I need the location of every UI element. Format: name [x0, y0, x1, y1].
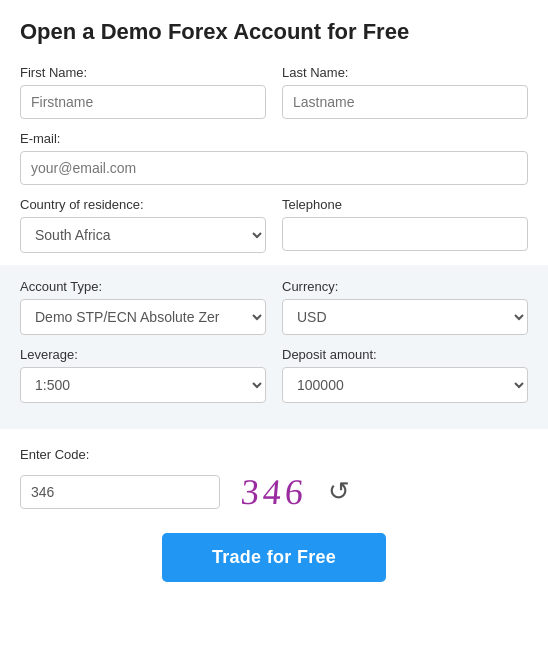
captcha-image: 346 — [232, 471, 316, 513]
country-select[interactable]: South Africa — [20, 217, 266, 253]
captcha-input[interactable] — [20, 475, 220, 509]
captcha-refresh-icon[interactable]: ↺ — [328, 476, 350, 507]
email-input[interactable] — [20, 151, 528, 185]
last-name-input[interactable] — [282, 85, 528, 119]
leverage-label: Leverage: — [20, 347, 266, 362]
leverage-select[interactable]: 1:500 — [20, 367, 266, 403]
currency-select[interactable]: USD — [282, 299, 528, 335]
currency-label: Currency: — [282, 279, 528, 294]
first-name-label: First Name: — [20, 65, 266, 80]
deposit-select[interactable]: 100000 — [282, 367, 528, 403]
enter-code-label: Enter Code: — [20, 447, 89, 462]
telephone-input[interactable] — [282, 217, 528, 251]
first-name-input[interactable] — [20, 85, 266, 119]
deposit-label: Deposit amount: — [282, 347, 528, 362]
page-title: Open a Demo Forex Account for Free — [20, 18, 528, 47]
last-name-label: Last Name: — [282, 65, 528, 80]
country-label: Country of residence: — [20, 197, 266, 212]
account-type-select[interactable]: Demo STP/ECN Absolute Zer — [20, 299, 266, 335]
submit-button[interactable]: Trade for Free — [162, 533, 386, 582]
account-type-label: Account Type: — [20, 279, 266, 294]
telephone-label: Telephone — [282, 197, 528, 212]
email-label: E-mail: — [20, 131, 528, 146]
